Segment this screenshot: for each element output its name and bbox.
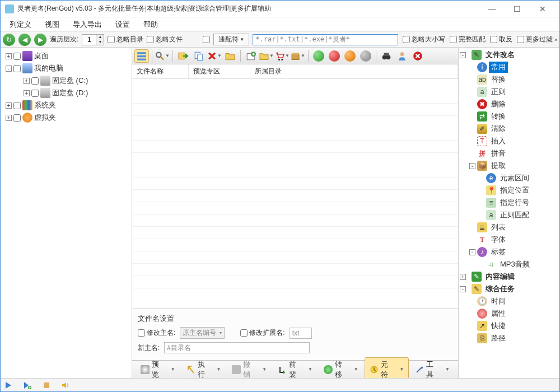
ext-input[interactable] <box>290 328 312 339</box>
search-button[interactable]: ▼ <box>155 49 170 63</box>
folder-tree[interactable]: + 桌面 - 我的电脑 + 固定盘 (C:) + 固定盘 (D:) + <box>1 48 132 378</box>
open-folder-button[interactable] <box>223 49 237 63</box>
rtree-regex[interactable]: a正则 <box>460 86 558 98</box>
maximize-button[interactable]: ☐ <box>505 1 530 17</box>
minimize-button[interactable]: — <box>479 1 505 17</box>
svg-rect-21 <box>44 382 49 388</box>
ignore-dir-check[interactable]: 忽略目录 <box>108 35 143 44</box>
user-button[interactable] <box>395 49 409 63</box>
rtree-path[interactable]: ⎘路径 <box>460 332 558 344</box>
table-row <box>132 214 458 227</box>
rtree-mp3[interactable]: ♫MP3音频 <box>460 258 558 270</box>
nav-forward-button[interactable]: ▶ <box>34 34 46 46</box>
rtree-attr[interactable]: 属性 <box>460 307 558 320</box>
rtree-clear[interactable]: ✐清除 <box>460 123 558 135</box>
rtree-replace[interactable]: ab替换 <box>460 73 558 86</box>
menu-coldef[interactable]: 列定义 <box>4 18 37 31</box>
nav-back-button[interactable]: ◀ <box>18 34 31 46</box>
rtree-tag[interactable]: -♪标签 <box>460 246 558 258</box>
depth-spin[interactable]: ▲▼ <box>82 34 104 45</box>
play-icon[interactable] <box>4 381 13 390</box>
stop-button[interactable] <box>327 49 342 63</box>
drive-icon <box>40 88 50 98</box>
tree-virtual[interactable]: + 虚拟夹 <box>2 111 130 124</box>
tree-drive-c[interactable]: + 固定盘 (C:) <box>2 74 130 87</box>
tree-computer[interactable]: - 我的电脑 <box>2 62 130 74</box>
rtree-list[interactable]: ≣列表 <box>460 221 558 234</box>
menu-help[interactable]: 帮助 <box>138 18 164 31</box>
rtree-position[interactable]: 📍指定位置 <box>460 184 558 197</box>
col-filename[interactable]: 文件名称 <box>132 64 188 79</box>
col-preview[interactable]: 预览专区 <box>188 64 250 79</box>
rtree-extract[interactable]: -📦提取 <box>460 160 558 172</box>
menu-importexport[interactable]: 导入导出 <box>67 18 108 31</box>
goto-button[interactable] <box>176 49 190 63</box>
menu-settings[interactable]: 设置 <box>110 18 136 31</box>
ignore-case-check[interactable]: 忽略大小写 <box>403 35 445 44</box>
sysfolder-icon <box>22 100 32 110</box>
rtree-contentedit[interactable]: +✎内容编辑 <box>460 270 558 283</box>
depth-up[interactable]: ▲ <box>96 35 104 40</box>
rtree-elemrange[interactable]: e元素区间 <box>460 172 558 184</box>
invert-check[interactable]: 取反 <box>490 35 512 44</box>
modify-main-check[interactable]: 修改主名: <box>138 328 175 338</box>
file-table[interactable]: 文件名称 预览专区 所属目录 <box>132 64 458 309</box>
collapse-icon[interactable]: - <box>6 66 12 72</box>
folder-add-button[interactable]: ▼ <box>259 49 274 63</box>
rtree-font[interactable]: T字体 <box>460 234 558 246</box>
copy-button[interactable] <box>192 49 206 63</box>
menu-view[interactable]: 视图 <box>39 18 65 31</box>
new-main-input[interactable] <box>164 342 310 353</box>
svg-line-4 <box>161 57 164 59</box>
rtree-convert[interactable]: ⇄转换 <box>460 110 558 123</box>
delete-button[interactable]: ▼ <box>207 49 222 63</box>
col-dir[interactable]: 所属目录 <box>250 64 458 79</box>
rtree-common[interactable]: i常用 <box>460 61 558 73</box>
exact-match-check[interactable]: 完整匹配 <box>450 35 486 44</box>
disable-button[interactable] <box>358 49 373 63</box>
options-bar: ↻ ◀ ▶ 遍历层次: ▲▼ 忽略目录 忽略文件 通配符▼ 忽略大小写 完整匹配… <box>1 32 559 48</box>
rtree-time[interactable]: 🕐时间 <box>460 295 558 307</box>
wildcard-button[interactable]: 通配符▼ <box>213 34 249 45</box>
rtree-pinyin[interactable]: 拼拼音 <box>460 147 558 160</box>
modify-ext-check[interactable]: 修改扩展名: <box>240 328 284 338</box>
depth-label: 遍历层次: <box>50 35 78 44</box>
table-row <box>132 141 458 153</box>
play-plus-icon[interactable] <box>23 381 32 390</box>
depth-down[interactable]: ▼ <box>96 40 104 45</box>
expand-icon[interactable]: + <box>6 53 12 59</box>
close-button[interactable]: ✕ <box>530 1 555 17</box>
ignore-file-check[interactable]: 忽略文件 <box>147 35 183 44</box>
tree-drive-d[interactable]: + 固定盘 (D:) <box>2 87 130 99</box>
svg-rect-7 <box>198 54 203 60</box>
refresh-button[interactable]: ↻ <box>3 34 15 46</box>
cart-button[interactable]: ▼ <box>275 49 290 63</box>
tree-sysfolder[interactable]: + 系统夹 <box>2 99 130 111</box>
rtree-insert[interactable]: T插入 <box>460 135 558 147</box>
box-button[interactable]: ▼ <box>291 49 305 63</box>
table-row <box>132 153 458 165</box>
rtree-lineno[interactable]: ≡指定行号 <box>460 197 558 209</box>
statusbar <box>1 378 559 391</box>
rtree-delete[interactable]: ✖删除 <box>460 98 558 110</box>
go-button[interactable] <box>311 49 326 63</box>
tree-desktop[interactable]: + 桌面 <box>2 50 130 62</box>
rtree-rename[interactable]: -✎文件改名 <box>460 49 558 61</box>
task-tree[interactable]: -✎文件改名 i常用 ab替换 a正则 ✖删除 ⇄转换 ✐清除 T插入 拼拼音 … <box>459 48 559 378</box>
rtree-shortcut[interactable]: ↗快捷 <box>460 320 558 332</box>
rtree-regexmatch[interactable]: a正则匹配 <box>460 209 558 221</box>
cancel-button[interactable] <box>410 49 425 63</box>
add-button[interactable] <box>244 49 258 63</box>
action-bar: 预览▼ 执行▼ 撤销▼ 前裴▼ 转移▼ 元符▼ 工具▼ <box>132 360 458 378</box>
status-icon-3[interactable] <box>42 381 51 390</box>
wildcard-input[interactable] <box>253 34 398 45</box>
wildcard-check[interactable] <box>203 36 210 43</box>
binoculars-button[interactable] <box>379 49 394 63</box>
main-combo[interactable]: 原主名编号▾ <box>180 327 225 339</box>
pause-button[interactable] <box>343 49 357 63</box>
view-list-button[interactable] <box>134 49 149 63</box>
sound-icon[interactable] <box>61 381 70 390</box>
rtree-comptask[interactable]: -✎综合任务 <box>460 283 558 295</box>
depth-input[interactable] <box>82 36 96 44</box>
more-filter[interactable]: 更多过滤» <box>517 35 557 44</box>
